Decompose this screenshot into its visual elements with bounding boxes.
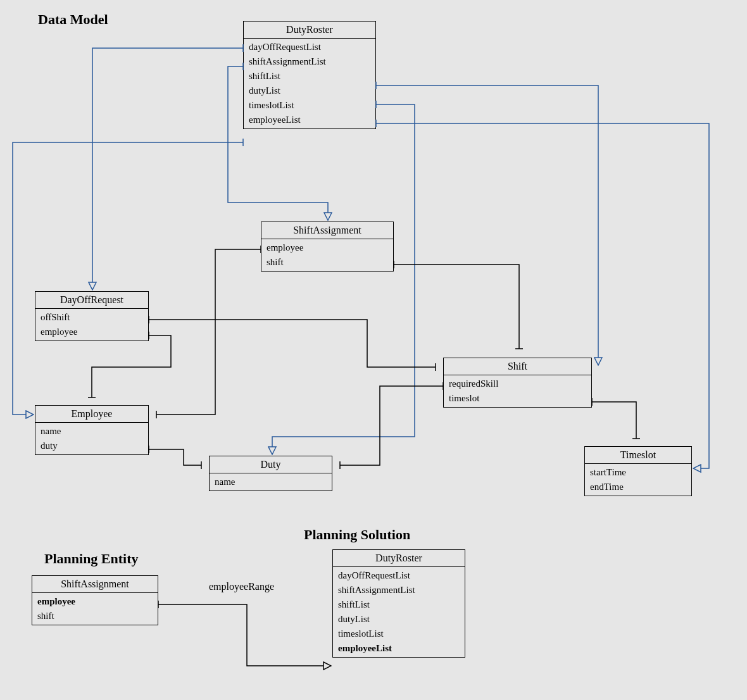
class-title: Shift bbox=[444, 358, 591, 375]
class-attr: employeeList bbox=[333, 641, 465, 656]
class-attr: dayOffRequestList bbox=[333, 568, 465, 583]
class-attr: shiftAssignmentList bbox=[244, 54, 375, 69]
class-attr: shift bbox=[32, 609, 158, 623]
class-attr: name bbox=[35, 424, 148, 439]
class-attr: employeeList bbox=[244, 113, 375, 127]
heading-planning-solution: Planning Solution bbox=[304, 527, 410, 543]
class-attr: startTime bbox=[585, 465, 691, 480]
class-attr: employee bbox=[261, 241, 393, 255]
class-title: ShiftAssignment bbox=[261, 222, 393, 239]
class-timeslot: Timeslot startTime endTime bbox=[584, 446, 692, 496]
class-attr: shiftList bbox=[333, 597, 465, 612]
class-attr: name bbox=[210, 475, 332, 489]
class-attr: requiredSkill bbox=[444, 377, 591, 391]
class-title: DayOffRequest bbox=[35, 292, 148, 309]
class-attr: dutyList bbox=[244, 84, 375, 98]
class-attr: offShift bbox=[35, 310, 148, 325]
class-planning-shiftassignment: ShiftAssignment employee shift bbox=[32, 575, 158, 625]
class-attr: endTime bbox=[585, 480, 691, 494]
heading-data-model: Data Model bbox=[38, 11, 108, 28]
class-duty: Duty name bbox=[209, 456, 332, 491]
class-title: DutyRoster bbox=[333, 550, 465, 567]
class-attr: shiftList bbox=[244, 69, 375, 84]
class-attr: dutyList bbox=[333, 612, 465, 627]
class-attr: employee bbox=[32, 594, 158, 609]
class-attr: duty bbox=[35, 439, 148, 453]
class-attr: shiftAssignmentList bbox=[333, 583, 465, 597]
class-dutyroster: DutyRoster dayOffRequestList shiftAssign… bbox=[243, 21, 376, 129]
edge-label-employeerange: employeeRange bbox=[209, 581, 274, 592]
class-title: Employee bbox=[35, 406, 148, 423]
class-shiftassignment: ShiftAssignment employee shift bbox=[261, 222, 394, 272]
class-title: Timeslot bbox=[585, 447, 691, 464]
class-shift: Shift requiredSkill timeslot bbox=[443, 358, 592, 408]
class-attr: timeslotList bbox=[244, 98, 375, 113]
class-attr: employee bbox=[35, 325, 148, 339]
class-planning-dutyroster: DutyRoster dayOffRequestList shiftAssign… bbox=[332, 549, 465, 658]
class-title: Duty bbox=[210, 456, 332, 473]
class-dayoffrequest: DayOffRequest offShift employee bbox=[35, 291, 149, 341]
class-attr: timeslotList bbox=[333, 627, 465, 641]
class-attr: shift bbox=[261, 255, 393, 270]
heading-planning-entity: Planning Entity bbox=[44, 551, 139, 567]
class-employee: Employee name duty bbox=[35, 405, 149, 455]
class-title: DutyRoster bbox=[244, 22, 375, 39]
diagram-canvas: Data Model Planning Entity Planning Solu… bbox=[0, 0, 747, 700]
class-attr: timeslot bbox=[444, 391, 591, 406]
class-attr: dayOffRequestList bbox=[244, 40, 375, 54]
class-title: ShiftAssignment bbox=[32, 576, 158, 593]
